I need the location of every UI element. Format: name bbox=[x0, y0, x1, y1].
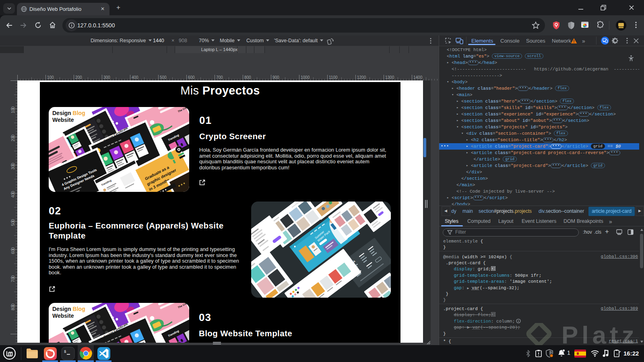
svg-text:Design Blog: Design Blog bbox=[52, 306, 85, 312]
svg-text:Design Blog: Design Blog bbox=[52, 110, 85, 116]
svg-text:$: $ bbox=[64, 350, 66, 354]
svg-text:Website: Website bbox=[52, 313, 74, 319]
svg-text:Website: Website bbox=[52, 117, 74, 123]
